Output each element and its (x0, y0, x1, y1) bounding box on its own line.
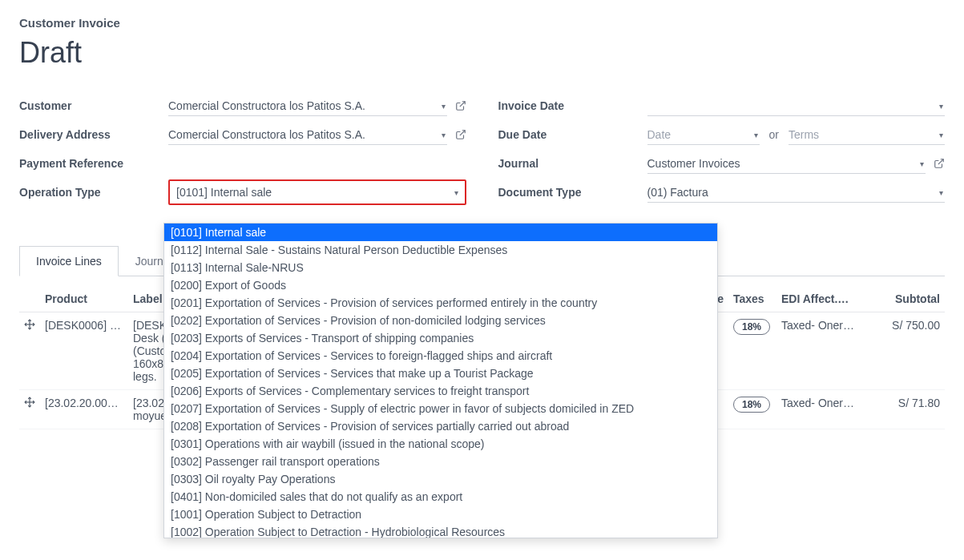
operation-type-option[interactable]: [0200] Export of Goods (164, 276, 717, 294)
operation-type-option[interactable]: [0207] Exportation of Services - Supply … (164, 400, 717, 417)
col-taxes: Taxes (728, 286, 776, 312)
operation-type-option[interactable]: [0205] Exportation of Services - Service… (164, 365, 717, 382)
invoice-date-label: Invoice Date (498, 99, 647, 112)
svg-line-0 (459, 102, 464, 107)
operation-type-option[interactable]: [0101] Internal sale (164, 224, 717, 241)
operation-type-label: Operation Type (19, 186, 168, 199)
delivery-address-label: Delivery Address (19, 128, 168, 141)
page-title: Draft (19, 36, 945, 70)
or-text: or (769, 128, 779, 141)
drag-handle-icon[interactable] (19, 312, 40, 390)
line-product[interactable]: [23.02.20.00… (40, 390, 128, 429)
operation-type-dropdown[interactable]: [0101] Internal sale[0112] Internal Sale… (163, 223, 718, 445)
operation-type-option[interactable]: [0208] Exportation of Services - Provisi… (164, 417, 717, 435)
due-date-terms-field[interactable]: Terms (789, 125, 945, 145)
due-date-date-field[interactable]: Date (647, 125, 760, 145)
operation-type-option[interactable]: [0202] Exportation of Services - Provisi… (164, 312, 717, 329)
operation-type-field[interactable]: [0101] Internal sale (168, 179, 466, 205)
delivery-address-field[interactable]: Comercial Constructora los Patitos S.A. (168, 125, 447, 145)
line-edi[interactable]: Taxed- Oner… (776, 390, 865, 429)
tab-invoice-lines[interactable]: Invoice Lines (19, 246, 119, 276)
document-type-field[interactable]: (01) Factura (647, 183, 946, 203)
document-type-label: Document Type (498, 186, 647, 199)
col-edi: EDI Affect.… (776, 286, 865, 312)
tax-badge[interactable]: 18% (733, 397, 770, 413)
line-product[interactable]: [DESK0006] … (40, 312, 128, 390)
tax-badge[interactable]: 18% (733, 319, 770, 335)
invoice-date-field[interactable] (647, 96, 946, 116)
due-date-label: Due Date (498, 128, 647, 141)
operation-type-option[interactable]: [0206] Exports of Services - Complementa… (164, 382, 717, 400)
svg-line-1 (459, 131, 464, 135)
breadcrumb: Customer Invoice (19, 16, 945, 30)
operation-type-option[interactable]: [0203] Exports of Services - Transport o… (164, 329, 717, 347)
customer-field[interactable]: Comercial Constructora los Patitos S.A. (168, 96, 447, 116)
operation-type-option[interactable]: [0201] Exportation of Services - Provisi… (164, 294, 717, 312)
drag-handle-icon[interactable] (19, 390, 40, 429)
external-link-icon[interactable] (455, 100, 466, 111)
svg-line-2 (938, 159, 943, 164)
line-subtotal: S/ 750.00 (865, 312, 945, 390)
external-link-icon[interactable] (934, 158, 945, 169)
journal-field[interactable]: Customer Invoices (647, 154, 926, 174)
line-taxes[interactable]: 18% (728, 390, 776, 429)
payment-reference-label: Payment Reference (19, 157, 168, 170)
operation-type-option[interactable]: [0112] Internal Sale - Sustains Natural … (164, 241, 717, 259)
external-link-icon[interactable] (455, 129, 466, 140)
operation-type-option[interactable]: [0204] Exportation of Services - Service… (164, 347, 717, 365)
journal-label: Journal (498, 157, 647, 170)
operation-type-option[interactable]: [0301] Operations with air waybill (issu… (164, 435, 717, 445)
line-taxes[interactable]: 18% (728, 312, 776, 390)
col-subtotal: Subtotal (865, 286, 945, 312)
customer-label: Customer (19, 99, 168, 112)
operation-type-option[interactable]: [0113] Internal Sale-NRUS (164, 259, 717, 276)
col-product: Product (40, 286, 128, 312)
line-subtotal: S/ 71.80 (865, 390, 945, 429)
line-edi[interactable]: Taxed- Oner… (776, 312, 865, 390)
